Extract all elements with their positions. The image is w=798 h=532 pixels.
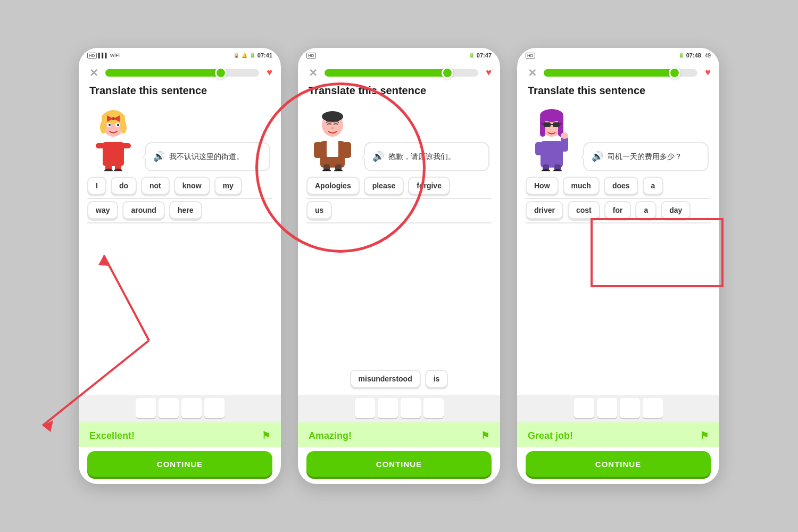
kb-key[interactable] (181, 398, 202, 418)
speech-bubble-3: 🔊 司机一天的费用多少？ (583, 142, 709, 171)
character-area-3: 🔊 司机一天的费用多少？ (517, 102, 719, 177)
svg-rect-30 (541, 141, 563, 168)
progress-fill-2 (325, 69, 447, 77)
word-chip[interactable]: a (643, 177, 664, 195)
kb-key[interactable] (620, 398, 640, 418)
character-area-1: 🔊 我不认识这里的街道。 (79, 102, 281, 177)
feedback-bar-1: Excellent! ⚑ (79, 422, 281, 447)
svg-marker-50 (43, 420, 53, 432)
word-chip[interactable]: a (635, 201, 656, 219)
battery-icon: 🔋 (250, 53, 255, 58)
word-chip-please[interactable]: please (364, 177, 404, 195)
svg-rect-11 (121, 143, 131, 148)
word-chip[interactable]: driver (526, 201, 563, 219)
svg-point-8 (109, 124, 111, 126)
word-chip[interactable]: day (661, 201, 691, 219)
toolbar-3: ✕ ♥ (517, 63, 719, 82)
word-chip[interactable]: does (604, 177, 638, 195)
kb-row-1 (83, 398, 277, 418)
word-chip[interactable]: I (87, 177, 106, 195)
speaker-icon-3[interactable]: 🔊 (592, 149, 603, 164)
progress-dot-1 (215, 67, 227, 79)
progress-dot-3 (669, 67, 680, 79)
speaker-icon-1[interactable]: 🔊 (153, 149, 165, 164)
kb-key[interactable] (423, 398, 444, 418)
wifi-icon: WiFi (110, 53, 120, 58)
bubble-text-2: 抱歉，请原谅我们。 (388, 151, 455, 162)
kb-key[interactable] (643, 398, 663, 418)
phone-2: HD 🔋 07:47 ✕ ♥ Translate this sentence (298, 48, 500, 484)
kb-key[interactable] (401, 398, 421, 418)
word-chip[interactable]: know (174, 177, 210, 195)
word-chip[interactable]: do (111, 177, 137, 195)
kb-key[interactable] (574, 398, 594, 418)
battery-icon-3: 🔋 (678, 53, 684, 58)
progress-fill-3 (544, 69, 675, 77)
kb-key[interactable] (136, 398, 156, 418)
flag-icon-2: ⚑ (481, 430, 489, 442)
close-button-3[interactable]: ✕ (526, 68, 538, 78)
svg-rect-36 (553, 122, 560, 127)
svg-rect-42 (535, 142, 543, 155)
feedback-bar-2: Amazing! ⚑ (298, 422, 500, 447)
extra-num-3: 49 (705, 53, 711, 59)
kb-key[interactable] (159, 398, 179, 418)
close-button-1[interactable]: ✕ (87, 68, 100, 78)
word-chip-is[interactable]: is (425, 370, 448, 388)
character-2 (309, 102, 356, 171)
feedback-text-1: Excellent! ⚑ (89, 430, 270, 442)
flag-icon-3: ⚑ (700, 430, 709, 442)
word-chip[interactable]: here (169, 201, 202, 219)
continue-button-1[interactable]: CONTINUE (87, 451, 272, 477)
speech-bubble-2: 🔊 抱歉，请原谅我们。 (364, 142, 489, 171)
answer-row-2a: Apologies please forgive (306, 177, 492, 199)
kb-key[interactable] (378, 398, 398, 418)
continue-button-3[interactable]: CONTINUE (526, 451, 711, 477)
status-bar-1: HD ▌▌▌ WiFi 🔒 🔔 🔋 07:41 (79, 48, 281, 63)
hd-badge: HD (87, 53, 97, 59)
word-chip[interactable]: How (526, 177, 559, 195)
kb-key[interactable] (355, 398, 375, 418)
word-bank-2: misunderstood is (298, 363, 500, 395)
feedback-text-2: Amazing! ⚑ (309, 430, 489, 442)
word-chip-forgive[interactable]: forgive (408, 177, 450, 195)
progress-bar-2 (325, 69, 478, 77)
word-chip-apologies[interactable]: Apologies (306, 177, 360, 195)
word-chip-us[interactable]: us (306, 201, 332, 219)
kb-key[interactable] (204, 398, 225, 418)
battery-icon-2: 🔋 (469, 53, 475, 58)
answer-area-1: I do not know my way around here (79, 177, 281, 363)
speech-bubble-1: 🔊 我不认识这里的街道。 (145, 142, 270, 171)
continue-button-2[interactable]: CONTINUE (306, 451, 492, 477)
feedback-label-1: Excellent! (89, 430, 135, 442)
word-chip[interactable]: around (122, 201, 164, 219)
toolbar-1: ✕ ♥ (79, 63, 281, 82)
time-display-1: 07:41 (257, 52, 272, 59)
word-chip[interactable]: cost (568, 201, 600, 219)
word-chip[interactable]: for (604, 201, 631, 219)
speaker-icon-2[interactable]: 🔊 (372, 149, 384, 164)
signal-bars: ▌▌▌ (98, 53, 109, 58)
answer-area-3: How much does a driver cost for a day (517, 177, 719, 363)
close-button-2[interactable]: ✕ (306, 68, 319, 78)
character-1 (89, 102, 137, 171)
hd-badge-3: HD (526, 53, 535, 59)
kb-key[interactable] (597, 398, 617, 418)
time-display-3: 07:48 (686, 52, 701, 59)
word-chip[interactable]: not (141, 177, 170, 195)
heart-icon-1: ♥ (267, 67, 272, 78)
flag-icon-1: ⚑ (262, 430, 270, 442)
word-chip[interactable]: my (214, 177, 242, 195)
notification-icon: 🔔 (242, 53, 247, 58)
heart-icon-3: ♥ (705, 67, 711, 78)
keyboard-3 (517, 395, 719, 422)
toolbar-2: ✕ ♥ (298, 63, 500, 82)
keyboard-2 (298, 395, 500, 422)
svg-rect-0 (103, 142, 124, 166)
word-chip[interactable]: way (87, 201, 118, 219)
svg-rect-25 (343, 142, 351, 158)
title-1: Translate this sentence (79, 82, 281, 102)
word-chip[interactable]: much (563, 177, 600, 195)
word-chip-misunderstood[interactable]: misunderstood (350, 370, 421, 388)
phone-3: HD 🔋 07:48 49 ✕ ♥ Translate this sentenc… (517, 48, 719, 484)
